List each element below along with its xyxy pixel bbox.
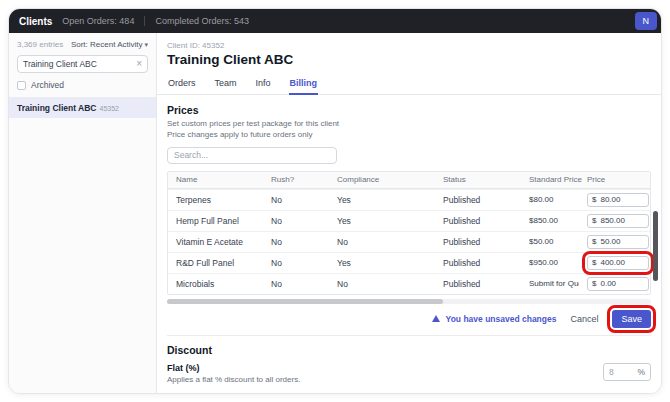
cell-rush: No — [263, 274, 329, 294]
price-input-terpenes[interactable]: $ — [587, 193, 649, 207]
price-input-rd-full-panel[interactable]: $ — [587, 256, 649, 270]
clear-icon[interactable]: × — [136, 59, 142, 69]
page-title: Clients — [19, 16, 52, 27]
cell-compliance: No — [329, 232, 435, 252]
price-input-field[interactable] — [600, 279, 644, 288]
tab-billing[interactable]: Billing — [289, 75, 319, 95]
table-row: Hemp Full Panel No Yes Published $850.00… — [168, 210, 650, 231]
sort-control[interactable]: Sort: Recent Activity ▾ — [71, 40, 148, 49]
flat-discount-label: Flat (%) — [167, 363, 300, 373]
cell-compliance: Yes — [329, 190, 435, 210]
flat-discount-description: Applies a flat % discount to all orders. — [167, 375, 300, 384]
cell-name: Terpenes — [168, 190, 263, 210]
topbar: Clients Open Orders: 484 Completed Order… — [9, 9, 661, 33]
table-row: Microbials No No Published Submit for Qu… — [168, 273, 650, 294]
tabs: Orders Team Info Billing — [167, 75, 651, 94]
price-input-field[interactable] — [600, 195, 644, 204]
table-header-row: Name Rush? Compliance Status Standard Pr… — [168, 172, 650, 189]
cell-compliance: Yes — [329, 211, 435, 231]
open-orders-stat: Open Orders: 484 — [62, 16, 134, 26]
price-input-field[interactable] — [600, 258, 644, 267]
archived-label: Archived — [31, 80, 64, 90]
cell-status: Published — [435, 190, 521, 210]
table-row: Terpenes No Yes Published $80.00 $ — [168, 189, 650, 210]
price-input-field[interactable] — [600, 237, 644, 246]
prices-table: Name Rush? Compliance Status Standard Pr… — [167, 171, 651, 295]
divider — [144, 16, 145, 26]
currency-symbol: $ — [592, 258, 596, 267]
prices-actions: You have unsaved changes Cancel Save — [167, 310, 651, 328]
completed-orders-stat: Completed Orders: 543 — [155, 16, 249, 26]
cell-status: Published — [435, 274, 521, 294]
sidebar: 3,369 entries Sort: Recent Activity ▾ × … — [9, 33, 157, 393]
tab-orders[interactable]: Orders — [167, 75, 197, 95]
vertical-scrollbar-thumb[interactable] — [653, 211, 658, 281]
cell-rush: No — [263, 232, 329, 252]
client-item-name: Training Client ABC — [17, 103, 97, 113]
cell-name: R&D Full Panel — [168, 253, 263, 273]
prices-cancel-button[interactable]: Cancel — [566, 311, 602, 327]
cell-status: Published — [435, 232, 521, 252]
price-input-vitamin-e-acetate[interactable]: $ — [587, 235, 649, 249]
sort-label: Sort: Recent Activity — [71, 40, 143, 49]
price-input-hemp-full-panel[interactable]: $ — [587, 214, 649, 228]
table-row: Vitamin E Acetate No No Published $50.00… — [168, 231, 650, 252]
prices-description-2: Price changes apply to future orders onl… — [167, 130, 651, 141]
tab-info[interactable]: Info — [255, 75, 272, 95]
archived-filter[interactable]: Archived — [9, 73, 156, 97]
currency-symbol: $ — [592, 216, 596, 225]
currency-symbol: $ — [592, 237, 596, 246]
client-item-id: 45352 — [100, 105, 119, 112]
client-name: Training Client ABC — [167, 52, 651, 67]
client-search-input[interactable] — [23, 59, 136, 69]
prices-description-1: Set custom prices per test package for t… — [167, 119, 651, 130]
client-header: Client ID: 45352 Training Client ABC Ord… — [157, 33, 661, 95]
client-search[interactable]: × — [17, 55, 148, 73]
discount-section: Discount Flat (%) Applies a flat % disco… — [167, 335, 651, 393]
cell-compliance: Yes — [329, 253, 435, 273]
cell-rush: No — [263, 211, 329, 231]
cell-standard-price: $80.00 — [521, 190, 579, 210]
prices-save-button[interactable]: Save — [612, 310, 651, 328]
table-row: R&D Full Panel No Yes Published $950.00 … — [168, 252, 650, 273]
cell-status: Published — [435, 211, 521, 231]
cell-rush: No — [263, 190, 329, 210]
cell-status: Published — [435, 253, 521, 273]
cell-rush: No — [263, 253, 329, 273]
cell-name: Vitamin E Acetate — [168, 232, 263, 252]
column-header-rush: Rush? — [263, 172, 329, 188]
flat-discount-input-box[interactable]: % — [603, 363, 651, 381]
price-input-microbials[interactable]: $ — [587, 277, 649, 291]
currency-symbol: $ — [592, 195, 596, 204]
unsaved-changes-message: You have unsaved changes — [446, 314, 557, 324]
client-list-item[interactable]: Training Client ABC 45352 — [9, 98, 156, 118]
currency-symbol: $ — [592, 279, 596, 288]
billing-content: Prices Set custom prices per test packag… — [157, 95, 661, 393]
cell-standard-price: Submit for Quote — [521, 274, 579, 294]
column-header-standard-price: Standard Price — [521, 172, 579, 188]
archived-checkbox[interactable] — [17, 81, 26, 90]
entries-count: 3,369 entries — [17, 40, 63, 49]
prices-search-input[interactable] — [167, 147, 337, 164]
horizontal-scrollbar-track[interactable] — [167, 299, 651, 304]
cell-standard-price: $850.00 — [521, 211, 579, 231]
new-client-button[interactable]: N — [635, 12, 658, 30]
client-panel: Client ID: 45352 Training Client ABC Ord… — [157, 33, 661, 393]
warning-icon — [432, 315, 440, 322]
column-header-price: Price — [579, 172, 650, 188]
prices-heading: Prices — [167, 104, 651, 116]
chevron-down-icon: ▾ — [144, 41, 148, 49]
client-id-label: Client ID: 45352 — [167, 41, 651, 50]
app-window: Clients Open Orders: 484 Completed Order… — [8, 8, 662, 394]
cell-compliance: No — [329, 274, 435, 294]
flat-discount-input[interactable] — [609, 367, 637, 377]
cell-name: Microbials — [168, 274, 263, 294]
horizontal-scrollbar-thumb[interactable] — [167, 299, 443, 304]
tab-team[interactable]: Team — [214, 75, 238, 95]
column-header-name: Name — [168, 172, 263, 188]
client-list: Training Client ABC 45352 — [9, 97, 156, 118]
price-input-field[interactable] — [600, 216, 644, 225]
cell-name: Hemp Full Panel — [168, 211, 263, 231]
cell-standard-price: $950.00 — [521, 253, 579, 273]
cell-standard-price: $50.00 — [521, 232, 579, 252]
